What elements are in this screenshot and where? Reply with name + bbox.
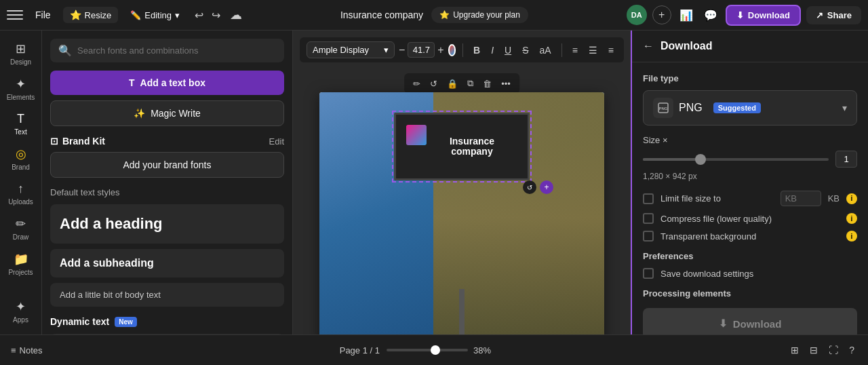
editing-label: Editing [144,10,172,20]
list-button[interactable]: ☰ [585,43,601,58]
case-button[interactable]: aA [536,43,555,58]
lock-button[interactable]: 🔒 [443,76,461,91]
transparent-info-icon[interactable]: i [846,231,857,242]
download-panel: ← Download File type PNG PNG Suggested ▾ [631,31,868,334]
help-button[interactable]: ? [846,342,857,358]
add-brand-fonts-button[interactable]: Add your brand fonts [50,152,284,178]
italic-button[interactable]: I [488,43,497,58]
rotation-handle[interactable]: ↺ [523,180,536,194]
size-slider-row: 1 [643,151,857,168]
redo-button[interactable]: ↪ [209,6,223,24]
resize-button[interactable]: ⭐ Resize [63,7,119,23]
heading-style-button[interactable]: Add a heading [50,204,284,244]
sidebar-item-brand[interactable]: ◎ Brand [0,142,41,175]
avatar: DA [627,5,647,25]
underline-button[interactable]: U [501,43,515,58]
back-button[interactable]: ← [643,40,654,52]
rotate-button[interactable]: ↺ [427,76,441,91]
text-format-toolbar: Ample Display ▾ − 41.7 + B I U S aA ≡ ☰ … [300,37,624,62]
bold-button[interactable]: B [470,43,484,58]
notes-icon: ≡ [11,345,16,356]
bottom-bar: ≡ Notes Page 1 / 1 38% ⊞ ⊟ ⛶ ? [0,334,868,365]
grid-view-button[interactable]: ⊞ [788,342,802,358]
fullscreen-button[interactable]: ⛶ [826,342,841,358]
more-button[interactable]: ••• [498,76,514,91]
add-collaborator-button[interactable]: + [652,5,671,24]
font-name: Ample Display [313,45,369,55]
limit-kb-input[interactable] [781,191,821,206]
limit-file-checkbox[interactable] [643,193,654,204]
toolbar-divider-1 [462,43,463,57]
brand-icon: ◎ [16,147,26,161]
magic-write-button[interactable]: ✨ Magic Write [50,100,284,126]
limit-info-icon[interactable]: i [846,193,857,204]
search-input[interactable] [77,45,276,56]
increase-font-button[interactable]: + [437,44,443,56]
analytics-button[interactable]: 📊 [677,6,696,24]
default-styles-title: Default text styles [50,187,284,197]
file-type-selector[interactable]: PNG PNG Suggested ▾ [643,90,857,126]
svg-text:PNG: PNG [658,107,667,111]
add-text-button[interactable]: T Add a text box [50,71,284,95]
edit-canvas-button[interactable]: ✏ [410,76,424,91]
sidebar-item-draw[interactable]: ✏ Draw [0,212,41,245]
sidebar-item-text[interactable]: T Text [0,108,41,140]
body-label: Add a little bit of body text [60,290,275,300]
sidebar-item-elements[interactable]: ✦ Elements [0,73,41,105]
sidebar-item-projects[interactable]: 📁 Projects [0,248,41,280]
compress-info-icon[interactable]: i [846,213,857,224]
strikethrough-button[interactable]: S [519,43,532,58]
indent-button[interactable]: ≡ [605,43,617,58]
hamburger-menu[interactable] [7,7,23,23]
canvas-frame[interactable]: Insurance company ↺ + [319,92,604,334]
sidebar-item-apps[interactable]: ✦ Apps [0,295,41,328]
limit-file-label: Limit file size to [660,193,774,204]
duplicate-button[interactable]: ⧉ [464,76,477,91]
transparent-checkbox[interactable] [643,231,654,242]
page-label: Page 1 / 1 [340,345,380,356]
drag-handle[interactable]: + [540,180,553,194]
share-icon: ↗ [816,10,823,20]
topbar-left: File ⭐ Resize ✏️ Editing ▾ ↩ ↪ ☁ [7,6,242,24]
zoom-track[interactable] [387,349,468,351]
dimensions-info: 1,280 × 942 px [643,172,857,181]
comments-button[interactable]: 💬 [701,6,720,24]
presentation-view-button[interactable]: ⊟ [807,342,821,358]
search-box[interactable]: 🔍 [50,39,284,62]
undo-button[interactable]: ↩ [192,6,206,24]
file-button[interactable]: File [30,7,56,23]
notes-button[interactable]: ≡ Notes [11,345,43,356]
body-style-button[interactable]: Add a little bit of body text [50,283,284,307]
cloud-save-button[interactable]: ☁ [230,7,242,22]
decrease-font-button[interactable]: − [399,44,405,56]
color-picker[interactable] [448,44,456,56]
brand-label: Brand [12,164,30,171]
subheading-style-button[interactable]: Add a subheading [50,249,284,277]
font-selector-chevron: ▾ [384,45,389,55]
brand-kit-edit-link[interactable]: Edit [269,136,284,147]
size-section: Size × 1 1,280 × 942 px [643,135,857,181]
download-panel-header: ← Download [632,31,868,62]
sidebar-item-design[interactable]: ⊞ Design [0,37,41,70]
draw-icon: ✏ [16,216,26,231]
save-settings-checkbox[interactable] [643,268,654,279]
editing-chevron: ▾ [175,10,180,20]
sidebar-item-uploads[interactable]: ↑ Uploads [0,178,41,210]
delete-button[interactable]: 🗑 [479,76,495,91]
font-selector[interactable]: Ample Display ▾ [307,41,395,58]
transparent-label: Transparent background [660,231,840,242]
compress-checkbox[interactable] [643,213,654,224]
share-button[interactable]: ↗ Share [806,6,861,24]
bottom-left: ≡ Notes [11,345,43,356]
upgrade-button[interactable]: ⭐ Upgrade your plan [431,7,528,23]
undo-redo-group: ↩ ↪ [192,6,223,24]
download-top-button[interactable]: ⬇ Download [726,5,801,26]
canvas-container: ✏ ↺ 🔒 ⧉ 🗑 ••• [319,68,604,292]
editing-button[interactable]: ✏️ Editing ▾ [125,7,185,23]
file-type-name: PNG [679,102,703,114]
align-button[interactable]: ≡ [569,43,581,58]
size-slider[interactable] [643,158,829,161]
file-type-chevron-icon: ▾ [842,102,847,113]
subheading-label: Add a subheading [60,257,275,269]
download-action-button[interactable]: ⬇ Download [643,308,857,334]
